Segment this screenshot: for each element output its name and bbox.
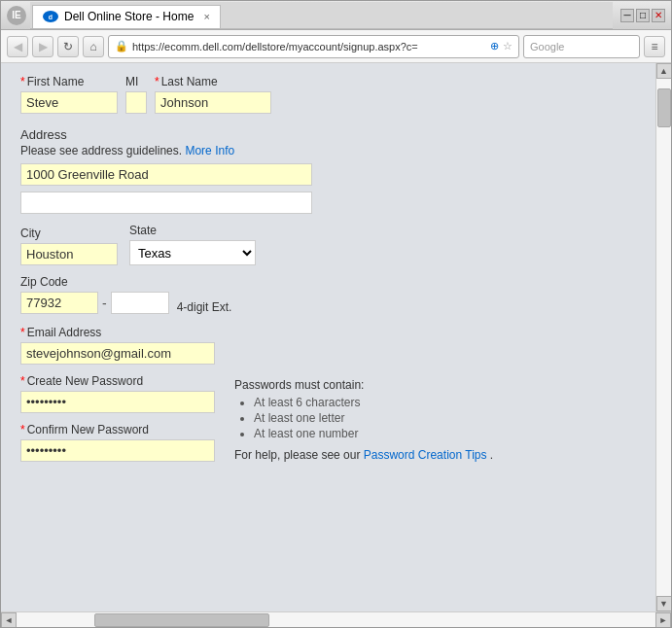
address-section: Address Please see address guidelines. M… xyxy=(20,127,636,214)
address-line1-input[interactable] xyxy=(20,163,312,186)
hscroll-left-button[interactable]: ◄ xyxy=(1,612,17,628)
password-rules-list: At least 6 characters At least one lette… xyxy=(254,396,493,440)
back-button[interactable]: ◀ xyxy=(7,36,28,57)
last-name-required: * xyxy=(155,75,159,88)
tab-bar: d Dell Online Store - Home × xyxy=(30,2,613,29)
scroll-thumb[interactable] xyxy=(657,88,671,127)
nav-bar: ◀ ▶ ↻ ⌂ 🔒 https://ecomm.dell.com/dellsto… xyxy=(1,30,671,63)
browser-logo: IE xyxy=(7,6,26,25)
email-label: * Email Address xyxy=(20,326,636,339)
zip-ext-col-label: 4-digit Ext. xyxy=(177,300,232,314)
email-group: * Email Address xyxy=(20,326,636,365)
home-button[interactable]: ⌂ xyxy=(83,36,104,57)
form-area: * First Name MI * Last xyxy=(1,63,655,611)
scroll-up-button[interactable]: ▲ xyxy=(656,63,672,79)
zip-input[interactable] xyxy=(20,292,98,314)
zip-inputs: - xyxy=(20,292,169,314)
address-line1-group xyxy=(20,163,636,186)
last-name-input[interactable] xyxy=(155,91,271,114)
zip-row: Zip Code - 4-digit Ext. xyxy=(20,275,636,314)
zip-ext-input[interactable] xyxy=(111,292,169,314)
address-section-label: Address xyxy=(20,127,636,142)
horizontal-scrollbar: ◄ ► xyxy=(1,611,671,627)
tab-close-button[interactable]: × xyxy=(203,11,209,22)
minimize-button[interactable]: ─ xyxy=(620,9,634,22)
hscroll-track[interactable] xyxy=(17,612,655,627)
city-group: City xyxy=(20,227,118,265)
first-name-input[interactable] xyxy=(20,91,118,114)
tab-title: Dell Online Store - Home xyxy=(64,10,194,23)
first-name-required: * xyxy=(20,75,25,88)
address-bar-search-icon: ⊕ xyxy=(490,40,499,52)
password-creation-tips-link[interactable]: Password Creation Tips xyxy=(364,448,487,462)
password-rules: Passwords must contain: At least 6 chara… xyxy=(234,378,493,440)
rule-characters: At least 6 characters xyxy=(254,396,493,409)
close-button[interactable]: ✕ xyxy=(652,9,665,22)
password-help: For help, please see our Password Creati… xyxy=(234,448,493,462)
first-name-label: * First Name xyxy=(20,75,118,88)
title-bar: IE d Dell Online Store - Home × ─ □ ✕ xyxy=(1,1,671,30)
password-section: * Create New Password * Confirm New Pass… xyxy=(20,374,636,462)
scroll-track[interactable] xyxy=(656,79,671,596)
scroll-down-button[interactable]: ▼ xyxy=(656,596,672,611)
zip-label: Zip Code xyxy=(20,275,169,289)
rule-number: At least one number xyxy=(254,427,493,440)
maximize-button[interactable]: □ xyxy=(636,9,650,22)
search-box[interactable]: Google xyxy=(523,35,640,58)
dell-favicon: d xyxy=(43,11,58,22)
first-name-group: * First Name xyxy=(20,75,118,114)
address-bar-star-icon[interactable]: ☆ xyxy=(503,40,513,52)
lock-icon: 🔒 xyxy=(115,40,128,52)
vertical-scrollbar: ▲ ▼ xyxy=(655,63,671,611)
name-row: * First Name MI * Last xyxy=(20,75,636,114)
menu-button[interactable]: ≡ xyxy=(644,36,665,57)
city-label: City xyxy=(20,227,118,240)
mi-label: MI xyxy=(125,75,147,88)
window-controls: ─ □ ✕ xyxy=(620,9,665,22)
address-guideline: Please see address guidelines. More Info xyxy=(20,144,636,157)
rule-letter: At least one letter xyxy=(254,411,493,425)
last-name-label: * Last Name xyxy=(155,75,271,88)
address-bar[interactable]: 🔒 https://ecomm.dell.com/dellstore/myacc… xyxy=(108,35,519,58)
mi-group: MI xyxy=(125,75,147,114)
create-password-label: * Create New Password xyxy=(20,374,215,388)
content-area: * First Name MI * Last xyxy=(1,63,671,627)
state-group: State Texas Alabama Alaska Arizona Calif… xyxy=(129,224,256,265)
address-line2-group xyxy=(20,192,636,214)
create-password-input[interactable] xyxy=(20,391,215,413)
zip-dash: - xyxy=(102,296,107,311)
zip-ext-col: 4-digit Ext. xyxy=(177,300,232,314)
zip-group: Zip Code - xyxy=(20,275,169,314)
state-select[interactable]: Texas Alabama Alaska Arizona California … xyxy=(129,240,256,265)
url-text: https://ecomm.dell.com/dellstore/myaccou… xyxy=(132,41,486,52)
confirm-password-group: * Confirm New Password xyxy=(20,423,215,462)
password-rules-area: Passwords must contain: At least 6 chara… xyxy=(234,374,493,462)
state-label: State xyxy=(129,224,256,237)
page-with-scrollbar: * First Name MI * Last xyxy=(1,63,671,611)
hscroll-right-button[interactable]: ► xyxy=(655,612,671,628)
last-name-group: * Last Name xyxy=(155,75,271,114)
city-state-row: City State Texas Alabama Alaska Arizona … xyxy=(20,224,636,265)
mi-input[interactable] xyxy=(125,91,147,114)
more-info-link[interactable]: More Info xyxy=(185,144,234,157)
browser-frame: IE d Dell Online Store - Home × ─ □ ✕ ◀ … xyxy=(0,0,672,628)
address-line2-input[interactable] xyxy=(20,192,312,214)
email-required: * xyxy=(20,326,25,339)
create-password-required: * xyxy=(20,374,25,388)
browser-tab[interactable]: d Dell Online Store - Home × xyxy=(32,5,221,28)
search-placeholder: Google xyxy=(530,41,564,52)
confirm-password-label: * Confirm New Password xyxy=(20,423,215,436)
city-input[interactable] xyxy=(20,243,118,265)
email-input[interactable] xyxy=(20,342,215,365)
hscroll-thumb[interactable] xyxy=(94,613,269,627)
reload-button[interactable]: ↻ xyxy=(57,36,79,57)
confirm-password-required: * xyxy=(20,423,25,436)
confirm-password-input[interactable] xyxy=(20,439,215,462)
forward-button[interactable]: ▶ xyxy=(32,36,53,57)
create-password-group: * Create New Password xyxy=(20,374,215,413)
password-left: * Create New Password * Confirm New Pass… xyxy=(20,374,215,462)
